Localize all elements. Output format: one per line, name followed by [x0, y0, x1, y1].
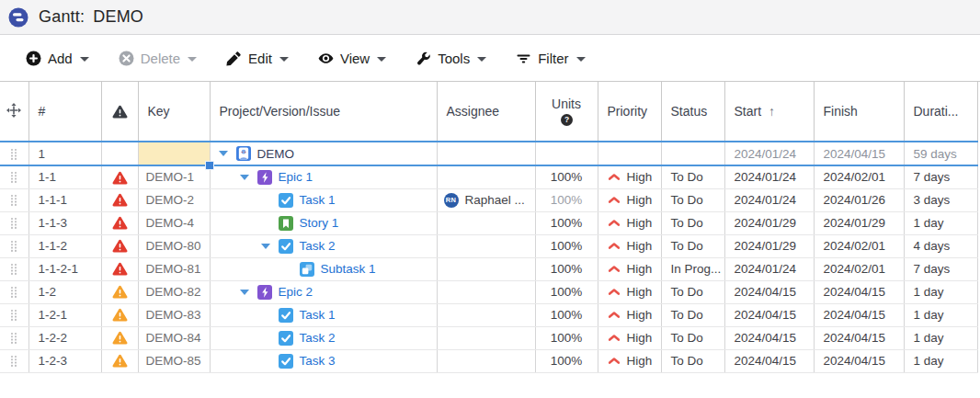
issue-link[interactable]: Task 1 [300, 308, 336, 322]
cell-priority[interactable] [598, 142, 661, 165]
column-header-move[interactable] [0, 82, 28, 142]
cell-key[interactable]: DEMO-82 [138, 280, 210, 303]
issue-link[interactable]: DEMO [257, 147, 295, 161]
cell-duration[interactable]: 1 day [904, 349, 977, 372]
issue-link[interactable]: Task 2 [300, 331, 336, 345]
cell-warning[interactable] [101, 349, 138, 372]
cell-assignee[interactable] [437, 165, 535, 188]
add-button[interactable]: Add [13, 45, 102, 72]
cell-start[interactable]: 2024/01/24 [724, 142, 814, 165]
row-drag-handle[interactable] [0, 257, 28, 280]
cell-status[interactable]: To Do [661, 188, 724, 211]
cell-units[interactable]: 100% [535, 280, 598, 303]
column-header-units[interactable]: Units ? [535, 82, 598, 142]
cell-assignee[interactable] [437, 142, 535, 165]
cell-number[interactable]: 1-1-3 [28, 211, 101, 234]
expand-arrow[interactable] [261, 244, 270, 249]
row-drag-handle[interactable] [0, 165, 28, 188]
cell-warning[interactable] [101, 303, 138, 326]
cell-status[interactable]: To Do [661, 165, 724, 188]
cell-duration[interactable]: 1 day [904, 211, 977, 234]
issue-link[interactable]: Epic 2 [279, 285, 313, 299]
cell-priority[interactable]: High [598, 234, 661, 257]
cell-issue[interactable]: Epic 2 [210, 280, 437, 303]
cell-assignee[interactable] [437, 349, 535, 372]
row-drag-handle[interactable] [0, 234, 28, 257]
cell-status[interactable]: In Prog... [661, 257, 724, 280]
row-drag-handle[interactable] [0, 280, 28, 303]
row-drag-handle[interactable] [0, 188, 28, 211]
cell-warning[interactable] [101, 188, 138, 211]
cell-warning[interactable] [101, 280, 138, 303]
expand-arrow[interactable] [240, 175, 249, 180]
cell-assignee[interactable] [437, 211, 535, 234]
cell-issue[interactable]: Task 2 [210, 326, 437, 349]
cell-key[interactable] [138, 142, 210, 165]
cell-warning[interactable] [101, 257, 138, 280]
column-header-warning[interactable] [101, 82, 138, 142]
cell-start[interactable]: 2024/01/24 [724, 188, 814, 211]
cell-assignee[interactable] [437, 326, 535, 349]
cell-status[interactable] [661, 142, 724, 165]
issue-link[interactable]: Task 2 [300, 239, 336, 253]
cell-duration[interactable]: 59 days [904, 142, 977, 165]
cell-duration[interactable]: 7 days [904, 257, 977, 280]
cell-start[interactable]: 2024/04/15 [724, 326, 814, 349]
column-header-key[interactable]: Key [138, 82, 210, 142]
cell-finish[interactable]: 2024/04/15 [814, 326, 904, 349]
cell-duration[interactable]: 7 days [904, 165, 977, 188]
cell-units[interactable]: 100% [535, 349, 598, 372]
cell-status[interactable]: To Do [661, 326, 724, 349]
cell-status[interactable]: To Do [661, 349, 724, 372]
cell-number[interactable]: 1-1-1 [28, 188, 101, 211]
cell-warning[interactable] [101, 211, 138, 234]
cell-units[interactable]: 100% [535, 326, 598, 349]
cell-units[interactable]: 100% [535, 303, 598, 326]
expand-arrow[interactable] [240, 290, 249, 295]
cell-warning[interactable] [101, 326, 138, 349]
cell-issue[interactable]: Subtask 1 [210, 257, 437, 280]
cell-start[interactable]: 2024/01/24 [724, 257, 814, 280]
column-header-status[interactable]: Status [661, 82, 724, 142]
cell-finish[interactable]: 2024/01/29 [814, 211, 904, 234]
cell-duration[interactable]: 1 day [904, 303, 977, 326]
cell-assignee[interactable] [437, 234, 535, 257]
cell-key[interactable]: DEMO-80 [138, 234, 210, 257]
cell-status[interactable]: To Do [661, 280, 724, 303]
column-header-finish[interactable]: Finish [814, 82, 904, 142]
cell-warning[interactable] [101, 165, 138, 188]
cell-number[interactable]: 1-1-2 [28, 234, 101, 257]
cell-finish[interactable]: 2024/04/15 [814, 349, 904, 372]
cell-units[interactable]: 100% [535, 165, 598, 188]
issue-link[interactable]: Task 3 [300, 354, 336, 368]
cell-key[interactable]: DEMO-81 [138, 257, 210, 280]
cell-start[interactable]: 2024/04/15 [724, 349, 814, 372]
cell-key[interactable]: DEMO-1 [138, 165, 210, 188]
cell-assignee[interactable]: RN Raphael ... [437, 188, 535, 211]
cell-duration[interactable]: 1 day [904, 280, 977, 303]
cell-start[interactable]: 2024/01/29 [724, 211, 814, 234]
cell-issue[interactable]: Epic 1 [210, 165, 437, 188]
cell-assignee[interactable] [437, 257, 535, 280]
cell-priority[interactable]: High [598, 303, 661, 326]
cell-key[interactable]: DEMO-85 [138, 349, 210, 372]
delete-button[interactable]: Delete [106, 45, 210, 72]
cell-status[interactable]: To Do [661, 234, 724, 257]
cell-warning[interactable] [101, 142, 138, 165]
cell-priority[interactable]: High [598, 326, 661, 349]
issue-link[interactable]: Story 1 [300, 216, 339, 230]
cell-status[interactable]: To Do [661, 303, 724, 326]
cell-priority[interactable]: High [598, 165, 661, 188]
cell-priority[interactable]: High [598, 188, 661, 211]
cell-assignee[interactable] [437, 280, 535, 303]
cell-number[interactable]: 1-2 [28, 280, 101, 303]
cell-finish[interactable]: 2024/01/26 [814, 188, 904, 211]
cell-units[interactable]: 100% [535, 257, 598, 280]
column-header-num[interactable]: # [28, 82, 101, 142]
view-button[interactable]: View [305, 45, 399, 72]
cell-number[interactable]: 1 [28, 142, 101, 165]
column-header-duration[interactable]: Durati... [904, 82, 977, 142]
cell-units[interactable] [535, 142, 598, 165]
cell-finish[interactable]: 2024/04/15 [814, 142, 904, 165]
cell-start[interactable]: 2024/01/29 [724, 234, 814, 257]
